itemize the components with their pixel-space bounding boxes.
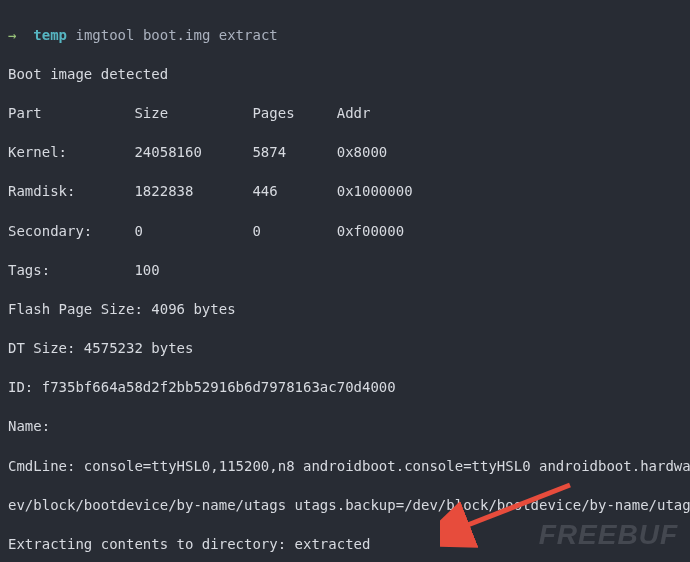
prompt-line: → temp imgtool boot.img extract [8,26,682,46]
prompt-dir: temp [33,27,67,43]
terminal-output[interactable]: → temp imgtool boot.img extract Boot ima… [0,0,690,562]
output-line: CmdLine: console=ttyHSL0,115200,n8 andro… [8,457,682,477]
output-line: ID: f735bf664a58d2f2bb52916b6d7978163ac7… [8,378,682,398]
output-line: Extracting contents to directory: extrac… [8,535,682,555]
command-text: imgtool boot.img extract [75,27,277,43]
output-line: Tags: 100 [8,261,682,281]
output-line: DT Size: 4575232 bytes [8,339,682,359]
output-line: Secondary: 0 0 0xf00000 [8,222,682,242]
output-line: Boot image detected [8,65,682,85]
output-line: Part Size Pages Addr [8,104,682,124]
output-line: Kernel: 24058160 5874 0x8000 [8,143,682,163]
output-line: Flash Page Size: 4096 bytes [8,300,682,320]
output-line: ev/block/bootdevice/by-name/utags utags.… [8,496,682,516]
output-line: Name: [8,417,682,437]
output-line: Ramdisk: 1822838 446 0x1000000 [8,182,682,202]
prompt-arrow: → [8,27,16,43]
